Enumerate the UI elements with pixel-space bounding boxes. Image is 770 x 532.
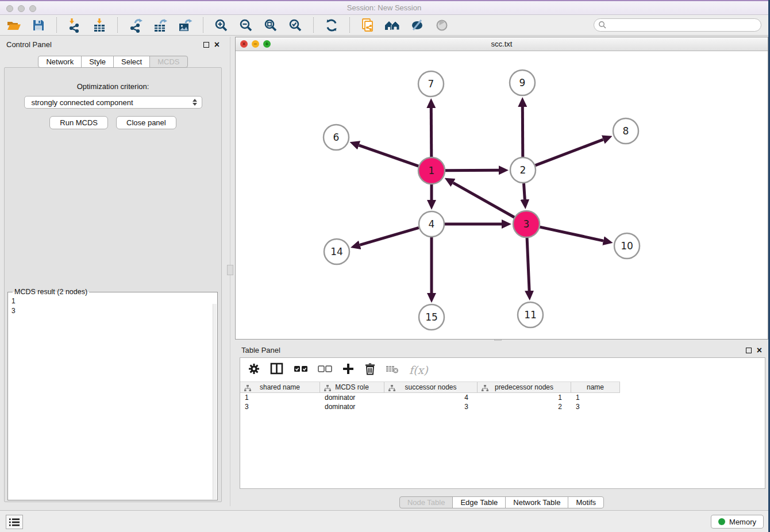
- graph-edge-1-6[interactable]: [359, 145, 419, 166]
- float-table-panel-icon[interactable]: [746, 348, 752, 353]
- graph-node-8[interactable]: 8: [613, 118, 638, 144]
- graph-node-4[interactable]: 4: [419, 211, 444, 237]
- table-cell: 2: [478, 403, 571, 411]
- graph-edge-4-14[interactable]: [360, 228, 419, 245]
- table-row[interactable]: 3dominator323: [240, 402, 765, 411]
- split-panel-icon[interactable]: [270, 363, 284, 377]
- graph-node-7[interactable]: 7: [418, 71, 444, 97]
- zoom-out-icon[interactable]: [238, 17, 254, 33]
- column-hierarchy-icon: [482, 385, 488, 391]
- export-table-icon[interactable]: [152, 17, 168, 33]
- graph-node-10[interactable]: 10: [614, 233, 640, 259]
- tab-select[interactable]: Select: [113, 56, 150, 68]
- table-row[interactable]: 1dominator411: [240, 393, 765, 402]
- window-controls: [6, 5, 36, 12]
- deselect-all-icon[interactable]: [318, 365, 332, 375]
- graph-edge-3-11[interactable]: [527, 238, 529, 291]
- column-header-label: predecessor nodes: [495, 383, 553, 391]
- export-network-icon[interactable]: [128, 17, 144, 33]
- minimize-view-button[interactable]: −: [252, 40, 259, 48]
- export-image-icon[interactable]: [177, 17, 193, 33]
- tab-mcds[interactable]: MCDS: [149, 56, 187, 68]
- column-header-label: MCDS role: [335, 383, 369, 391]
- column-settings-icon[interactable]: [248, 363, 260, 377]
- zoom-window-button[interactable]: [29, 5, 36, 12]
- toolbar-separator: [56, 17, 57, 33]
- tab-node-table[interactable]: Node Table: [399, 496, 453, 508]
- table-panel-title: Table Panel: [241, 346, 280, 354]
- close-panel-icon[interactable]: ×: [214, 41, 220, 48]
- table-cell: dominator: [320, 394, 384, 402]
- vertical-splitter-handle[interactable]: [227, 265, 233, 275]
- graph-node-6[interactable]: 6: [324, 125, 349, 150]
- minimize-window-button[interactable]: [18, 5, 25, 12]
- import-network-icon[interactable]: [67, 17, 83, 33]
- bird-eye-view-icon[interactable]: [434, 17, 450, 33]
- graph-edge-1-7[interactable]: [431, 108, 432, 157]
- graph-node-3[interactable]: 3: [513, 211, 540, 237]
- graph-node-9[interactable]: 9: [510, 70, 535, 95]
- zoom-in-icon[interactable]: [213, 17, 229, 33]
- column-header-mcds-role[interactable]: MCDS role: [320, 382, 384, 392]
- tab-style[interactable]: Style: [81, 56, 114, 68]
- graph-edge-2-3[interactable]: [524, 183, 525, 199]
- clone-network-icon[interactable]: [360, 17, 376, 33]
- graph-node-15[interactable]: 15: [419, 304, 444, 330]
- column-header-shared-name[interactable]: shared name: [240, 382, 320, 392]
- tab-edge-table[interactable]: Edge Table: [452, 496, 506, 508]
- graph-edge-2-9[interactable]: [522, 107, 523, 157]
- graph-node-11[interactable]: 11: [518, 302, 543, 327]
- control-panel-tabs: NetworkStyleSelectMCDS: [0, 56, 226, 68]
- table-cell: dominator: [320, 403, 384, 411]
- close-view-button[interactable]: ×: [240, 40, 248, 48]
- memory-button[interactable]: Memory: [711, 515, 764, 529]
- delete-entry-icon[interactable]: [364, 363, 376, 377]
- memory-button-label: Memory: [729, 518, 756, 526]
- svg-text:15: 15: [425, 311, 438, 323]
- search-input[interactable]: [594, 18, 761, 32]
- task-history-button[interactable]: [6, 515, 23, 529]
- tab-network-table[interactable]: Network Table: [505, 496, 568, 508]
- tab-motifs[interactable]: Motifs: [568, 496, 604, 508]
- tab-network[interactable]: Network: [38, 56, 82, 68]
- close-panel-button[interactable]: Close panel: [116, 116, 176, 129]
- graph-edge-3-10[interactable]: [540, 227, 604, 241]
- add-entry-icon[interactable]: [342, 363, 355, 377]
- graph-node-2[interactable]: 2: [510, 157, 536, 183]
- svg-text:11: 11: [524, 309, 537, 321]
- maximize-view-button[interactable]: +: [263, 40, 271, 48]
- graph-edge-1-2[interactable]: [445, 170, 499, 171]
- close-table-panel-icon[interactable]: ×: [757, 347, 762, 354]
- function-builder-icon[interactable]: f(x): [409, 364, 428, 376]
- column-header-predecessor-nodes[interactable]: predecessor nodes: [478, 382, 571, 392]
- main-toolbar: [0, 15, 768, 36]
- open-session-icon[interactable]: [6, 17, 22, 33]
- mcds-result-text[interactable]: 1 3: [11, 296, 214, 316]
- import-table-icon[interactable]: [91, 17, 107, 33]
- column-header-name[interactable]: name: [571, 382, 620, 392]
- graph-node-1[interactable]: 1: [418, 157, 445, 184]
- table-cell: 1: [571, 394, 620, 402]
- show-graphics-details-icon[interactable]: [409, 17, 425, 33]
- table-cell: 3: [384, 403, 478, 411]
- close-window-button[interactable]: [6, 5, 13, 12]
- select-all-icon[interactable]: [294, 365, 308, 375]
- delete-table-icon[interactable]: [386, 364, 399, 376]
- run-mcds-button[interactable]: Run MCDS: [49, 116, 108, 129]
- network-view-window: × − + scc.txt 1234678910111415: [235, 37, 768, 340]
- float-panel-icon[interactable]: [203, 42, 209, 48]
- column-header-successor-nodes[interactable]: successor nodes: [384, 382, 478, 392]
- zoom-fit-icon[interactable]: [263, 17, 279, 33]
- control-panel: Control Panel × NetworkStyleSelectMCDS O…: [0, 37, 226, 506]
- result-scrollbar[interactable]: [213, 304, 217, 499]
- criterion-dropdown[interactable]: strongly connected component: [24, 96, 202, 109]
- column-hierarchy-icon: [244, 385, 251, 391]
- network-canvas[interactable]: 1234678910111415: [236, 51, 768, 339]
- graph-edge-3-1[interactable]: [453, 183, 515, 217]
- zoom-selected-icon[interactable]: [287, 17, 303, 33]
- graph-node-14[interactable]: 14: [324, 239, 349, 264]
- refresh-view-icon[interactable]: [324, 17, 340, 33]
- reset-view-icon[interactable]: [384, 17, 401, 33]
- save-session-icon[interactable]: [30, 17, 47, 33]
- graph-edge-2-8[interactable]: [536, 140, 603, 165]
